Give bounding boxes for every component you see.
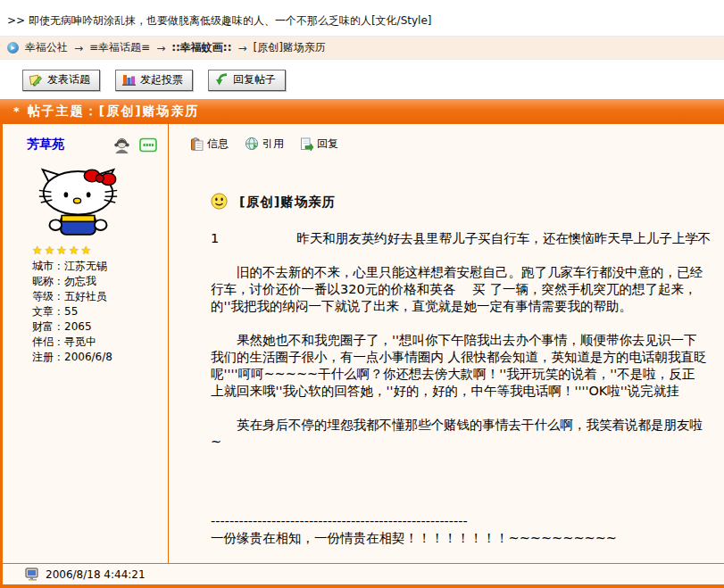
- post-title-text: [原创]赌场亲历: [239, 194, 336, 211]
- new-poll-button[interactable]: 发起投票: [115, 70, 193, 91]
- post-footer-bar: 2006/8/18 4:44:21: [0, 563, 724, 588]
- top-notice: >> 即使无病呻吟胡涂乱抹，也要做脱离低级趣味的人、一个不那么乏味的人[文化/S…: [0, 0, 724, 36]
- clipboard-icon: [190, 137, 204, 151]
- breadcrumb-category[interactable]: ≡幸福话题≡: [89, 40, 150, 55]
- user-messenger-icon[interactable]: [139, 137, 157, 153]
- smiley-icon: [211, 193, 228, 212]
- reply-action[interactable]: 回复: [300, 137, 338, 152]
- computer-icon: [25, 567, 39, 582]
- poll-chart-icon: [121, 72, 136, 87]
- username-link[interactable]: 芳草苑: [27, 137, 64, 153]
- breadcrumb-board[interactable]: ::幸福蚊画::: [171, 40, 231, 55]
- post-actions: 信息 引用 回复: [190, 137, 724, 152]
- post-body-line: 旧的不去新的不来，心里只能这样想着安慰自己。跑了几家车行都没中意的，已经: [211, 264, 724, 281]
- user-signature: ----------------------------------------…: [211, 513, 724, 547]
- new-topic-button[interactable]: 发表话题: [22, 70, 100, 91]
- post-body: 1 昨天和朋友英约好去县里帮儿子买自行车，还在懊恼昨天早上儿子上学不 旧的不去新…: [211, 230, 724, 451]
- stat-nickname: 昵称：勿忘我: [32, 274, 162, 289]
- info-action-label: 信息: [207, 137, 229, 152]
- new-topic-label: 发表话题: [47, 72, 90, 87]
- topic-title-text: 帖子主题：[原创]赌场亲历: [28, 104, 200, 120]
- user-stats: 城市：江苏无锡 昵称：勿忘我 等级：五好社员 文章：55 财富：2065 伴侣：…: [32, 259, 162, 365]
- info-action[interactable]: 信息: [190, 137, 229, 152]
- user-gender-icon[interactable]: [112, 136, 131, 154]
- post-body-line: 上就回来哦''我心软的回答她，''好的，好的，中午等我电话啊！''''OK啦''…: [211, 383, 724, 400]
- post-title-row: [原创]赌场亲历: [211, 193, 724, 212]
- reply-page-icon: [300, 137, 313, 151]
- post-body-line: [211, 247, 724, 264]
- reply-topic-button[interactable]: 回复帖子: [208, 70, 286, 91]
- post-content-panel: 信息 引用 回复 [原创]赌场亲历 1 昨天和朋友英约好去县里帮儿子买自行车，还…: [169, 124, 724, 563]
- globe-quote-icon: [245, 137, 259, 151]
- forum-thread-page: >> 即使无病呻吟胡涂乱抹，也要做脱离低级趣味的人、一个不那么乏味的人[文化/S…: [0, 0, 724, 588]
- stat-wealth: 财富：2065: [32, 319, 162, 335]
- signature-text: 一份缘贵在相知，一份情贵在相契！！！！！！！！~~~~~~~~~~: [211, 530, 724, 547]
- post-timestamp: 2006/8/18 4:44:21: [46, 568, 146, 581]
- forum-bullet-icon: ▸: [7, 42, 19, 54]
- reply-topic-label: 回复帖子: [233, 72, 276, 87]
- arrow-separator: →: [156, 42, 165, 54]
- breadcrumb: ▸ 幸福公社 → ≡幸福话题≡ → ::幸福蚊画:: → [原创]赌场亲历: [0, 36, 724, 60]
- post-body-line: ~: [211, 434, 724, 451]
- thread-body: 芳草苑: [0, 124, 724, 563]
- post-body-line: 我们的生活圈子很小，有一点小事情圈内 人很快都会知道，英知道是方的电话朝我直眨: [211, 349, 724, 366]
- post-body-line: [211, 315, 724, 332]
- post-body-line: 果然她也不和我兜圈子了，''想叫你下午陪我出去办个事情，顺便带你去见识一下: [211, 332, 724, 349]
- post-body-line: 英在身后不停的埋怨我都不懂那些个赌钱的事情去干什么啊，我笑着说都是朋友啦: [211, 417, 724, 434]
- quote-action-label: 引用: [262, 137, 284, 152]
- topic-star: *: [13, 104, 20, 118]
- user-avatar: [35, 166, 121, 237]
- arrow-separator: →: [74, 42, 83, 54]
- post-body-line: 1 昨天和朋友英约好去县里帮儿子买自行车，还在懊恼昨天早上儿子上学不: [211, 230, 724, 247]
- topic-title-bar: * 帖子主题：[原创]赌场亲历: [0, 99, 724, 124]
- post-body-line: [211, 400, 724, 417]
- post-body-line: 呢''''呵呵~~~~~干什么啊？你还想去傍大款啊！''我开玩笑的说着，''不是…: [211, 366, 724, 383]
- breadcrumb-forum-home[interactable]: 幸福公社: [25, 40, 68, 55]
- stat-posts: 文章：55: [32, 304, 162, 319]
- user-rank-stars: ★★★★★: [32, 244, 162, 257]
- user-info-panel: 芳草苑: [3, 124, 169, 563]
- reply-arrow-icon: [214, 72, 229, 87]
- post-body-line: 的''我把我的纳闷一下就说了出来，直觉就是她一定有事情需要我的帮助。: [211, 298, 724, 315]
- stat-city: 城市：江苏无锡: [32, 259, 162, 274]
- new-topic-icon: [29, 72, 43, 87]
- stat-rank: 等级：五好社员: [32, 289, 162, 304]
- quote-action[interactable]: 引用: [245, 137, 284, 152]
- signature-divider: ----------------------------------------…: [211, 513, 724, 530]
- post-body-line: 行车，讨价还价一番以320元的价格和英各 买 了一辆，突然手机突兀的想了起来，: [211, 281, 724, 298]
- breadcrumb-topic: [原创]赌场亲历: [254, 40, 326, 55]
- reply-action-label: 回复: [317, 137, 338, 152]
- stat-partner: 伴侣：寻觅中: [32, 335, 162, 350]
- arrow-separator: →: [237, 42, 246, 54]
- action-button-row: 发表话题 发起投票 回复帖子: [0, 60, 724, 99]
- hello-kitty-avatar-image: [35, 166, 121, 237]
- stat-registered: 注册：2006/6/8: [32, 350, 162, 365]
- new-poll-label: 发起投票: [140, 72, 183, 87]
